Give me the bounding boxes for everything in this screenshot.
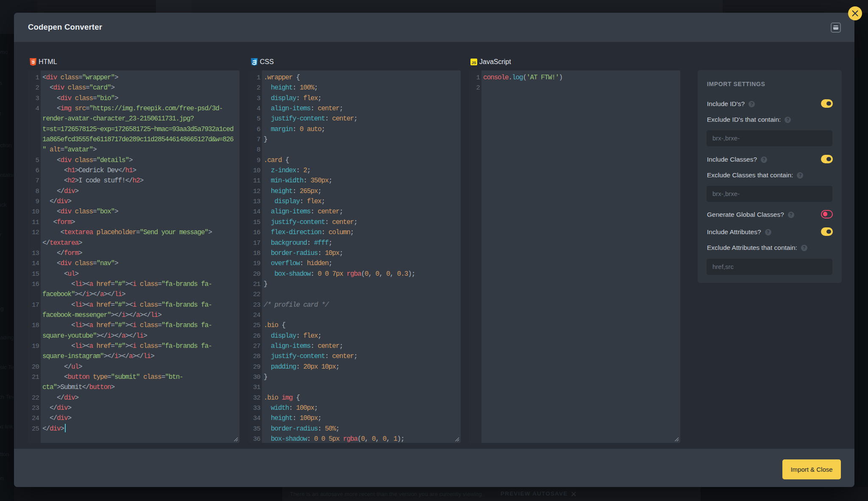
svg-text:JS: JS (472, 61, 476, 65)
